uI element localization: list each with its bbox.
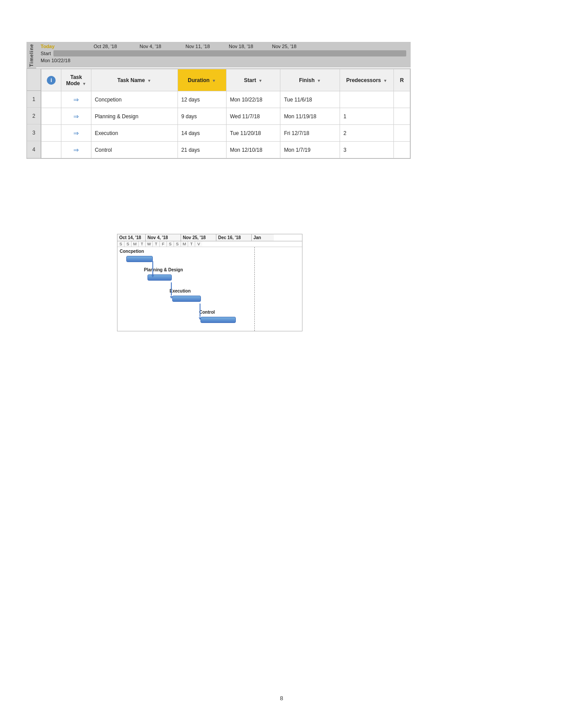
task-mode-icon-2: ⇒: [73, 113, 79, 120]
td-start-4: Mon 12/10/18: [226, 142, 280, 158]
gantt-week-5: Jan: [252, 234, 274, 241]
td-taskmode-3: ⇒: [61, 125, 91, 142]
top-section: Timeline Today Oct 28, '18 Nov 4, '18 No…: [26, 42, 411, 159]
td-taskmode-1: ⇒: [61, 91, 91, 108]
th-finish-arrow: ▼: [317, 79, 321, 83]
gantt-table-wrapper: 1 2 3 4 i Task Mode ▼ Task Name ▼: [26, 68, 411, 159]
td-finish-3: Fri 12/7/18: [280, 125, 340, 142]
th-duration-arrow: ▼: [212, 79, 216, 83]
gantt-connector-arrow-2: ▼: [169, 295, 174, 300]
td-taskname-4: Control: [91, 142, 178, 158]
th-predecessors[interactable]: Predecessors ▼: [340, 69, 393, 91]
gantt-connector-arrow-3: ▼: [198, 316, 202, 321]
gantt-label-3: Execution: [170, 289, 191, 293]
gantt-day-header-row: S S M T W T F S S M T V: [117, 241, 302, 247]
row-num-header: [27, 69, 41, 91]
td-taskname-1: Concpetion: [91, 91, 178, 108]
table-header-row: i Task Mode ▼ Task Name ▼ Duration ▼: [42, 69, 410, 91]
th-predecessors-label: Predecessors: [346, 77, 381, 83]
gantt-label-2: Planning & Design: [144, 267, 183, 272]
timeline-dates: Today Oct 28, '18 Nov 4, '18 Nov 11, '18…: [36, 42, 411, 49]
gantt-day-W: W: [146, 241, 153, 247]
timeline-bar-area: Today Oct 28, '18 Nov 4, '18 Nov 11, '18…: [36, 42, 411, 68]
task-mode-icon-1: ⇒: [73, 96, 79, 103]
table-row: ⇒ Concpetion 12 days Mon 10/22/18 Tue 11…: [42, 91, 410, 108]
th-duration-label: Duration: [188, 77, 209, 83]
td-r-4: [394, 142, 410, 158]
td-predecessors-1: [340, 91, 393, 108]
th-info: i: [42, 69, 61, 91]
td-taskmode-2: ⇒: [61, 108, 91, 125]
gantt-week-header-row: Oct 14, '18 Nov 4, '18 Nov 25, '18 Dec 1…: [117, 234, 302, 241]
gantt-day-S2: S: [125, 241, 132, 247]
row-num-4: 4: [27, 141, 41, 158]
task-mode-icon-3: ⇒: [73, 129, 79, 137]
timeline-start-date: Mon 10/22/18: [41, 58, 70, 63]
gantt-row-1: Concpetion: [117, 250, 274, 266]
gantt-day-T1: T: [139, 241, 146, 247]
th-predecessors-arrow: ▼: [383, 79, 387, 83]
th-taskname-label: Task Name: [117, 77, 145, 83]
td-taskname-2: Planning & Design: [91, 108, 178, 125]
row-num-3: 3: [27, 124, 41, 141]
table-row: ⇒ Planning & Design 9 days Wed 11/7/18 M…: [42, 108, 410, 125]
gantt-day-S1: S: [117, 241, 125, 247]
td-predecessors-3: 2: [340, 125, 393, 142]
gantt-row-2: Planning & Design ▼: [117, 268, 274, 284]
gantt-week-4: Dec 16, '18: [216, 234, 252, 241]
gantt-bar-1: [126, 256, 153, 262]
th-r: R: [394, 69, 410, 91]
gantt-label-1: Concpetion: [120, 249, 144, 254]
th-start-arrow: ▼: [258, 79, 262, 83]
td-finish-4: Mon 1/7/19: [280, 142, 340, 158]
task-mode-icon-4: ⇒: [73, 146, 79, 154]
th-duration[interactable]: Duration ▼: [178, 69, 226, 91]
th-taskmode-label: Task Mode: [66, 74, 82, 86]
gantt-week-1: Oct 14, '18: [117, 234, 146, 241]
gantt-connector-1: [152, 261, 153, 274]
timeline-wrapper: Timeline Today Oct 28, '18 Nov 4, '18 No…: [26, 42, 411, 68]
gantt-day-V: V: [195, 241, 202, 247]
timeline-date-2: Nov 4, '18: [140, 44, 179, 49]
bottom-section: Oct 14, '18 Nov 4, '18 Nov 25, '18 Dec 1…: [117, 234, 302, 331]
th-finish[interactable]: Finish ▼: [280, 69, 340, 91]
timeline-label: Timeline: [29, 42, 34, 68]
gantt-body: Concpetion Planning & Design ▼ Execution…: [117, 247, 274, 331]
gantt-day-F: F: [160, 241, 167, 247]
gantt-row-3: Execution ▼: [117, 289, 274, 305]
timeline-date-4: Nov 18, '18: [229, 44, 268, 49]
timeline-date-5: Nov 25, '18: [272, 44, 312, 49]
th-taskname[interactable]: Task Name ▼: [91, 69, 178, 91]
th-finish-label: Finish: [299, 77, 314, 83]
td-duration-4: 21 days: [178, 142, 226, 158]
gantt-bar-3: [172, 296, 201, 302]
timeline-date-3: Nov 11, '18: [185, 44, 225, 49]
td-finish-1: Tue 11/6/18: [280, 91, 340, 108]
table-row: ⇒ Control 21 days Mon 12/10/18 Mon 1/7/1…: [42, 142, 410, 158]
th-taskmode-arrow: ▼: [82, 82, 86, 86]
td-duration-1: 12 days: [178, 91, 226, 108]
gantt-day-S3: S: [167, 241, 174, 247]
row-num-col: 1 2 3 4: [27, 69, 41, 158]
td-r-1: [394, 91, 410, 108]
timeline-progress-bar: [53, 50, 406, 56]
page-number: 8: [280, 695, 283, 702]
gantt-chart: Oct 14, '18 Nov 4, '18 Nov 25, '18 Dec 1…: [117, 234, 302, 331]
td-duration-2: 9 days: [178, 108, 226, 125]
td-finish-2: Mon 11/19/18: [280, 108, 340, 125]
timeline-label-col: Timeline: [26, 42, 36, 68]
th-start[interactable]: Start ▼: [226, 69, 280, 91]
th-r-label: R: [400, 77, 404, 83]
td-r-3: [394, 125, 410, 142]
td-taskmode-4: ⇒: [61, 142, 91, 158]
th-taskmode[interactable]: Task Mode ▼: [61, 69, 91, 91]
td-start-1: Mon 10/22/18: [226, 91, 280, 108]
row-num-1: 1: [27, 91, 41, 108]
td-info-2: [42, 108, 61, 125]
td-predecessors-4: 3: [340, 142, 393, 158]
timeline-today: Today: [41, 44, 80, 49]
th-taskname-arrow: ▼: [147, 79, 151, 83]
gantt-label-4: Control: [199, 310, 215, 315]
td-duration-3: 14 days: [178, 125, 226, 142]
timeline-date-1: Oct 28, '18: [94, 44, 133, 49]
